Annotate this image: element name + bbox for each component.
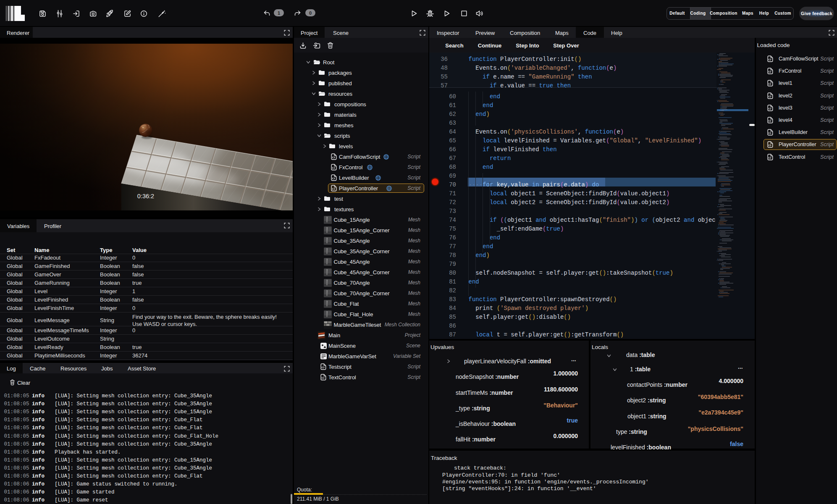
- svg-text:0:36:2: 0:36:2: [137, 193, 154, 200]
